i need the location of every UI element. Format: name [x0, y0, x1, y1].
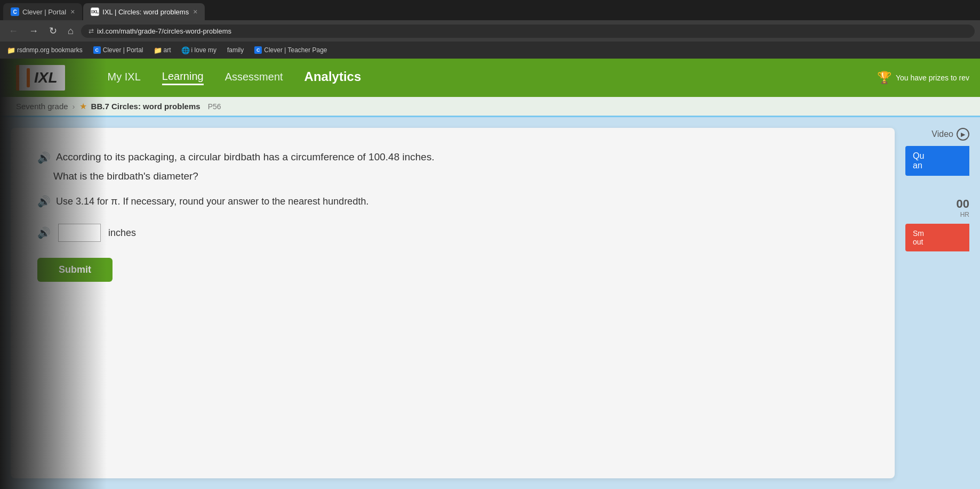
folder-icon-rsdnmp: 📁	[7, 46, 15, 54]
clever-tab-icon: C	[11, 7, 19, 16]
question-line1: According to its packaging, a circular b…	[56, 149, 435, 165]
ixl-tab-close[interactable]: ×	[193, 7, 197, 16]
question-text: 🔊 According to its packaging, a circular…	[37, 149, 868, 184]
ixl-header: IXL My IXL Learning Assessment Analytics…	[0, 59, 980, 97]
timer-value: 00	[905, 197, 969, 211]
trophy-icon: 🏆	[877, 71, 891, 85]
nav-assessment[interactable]: Assessment	[225, 71, 283, 85]
bookmark-ilovemy[interactable]: 🌐 i love my	[179, 45, 220, 55]
folder-icon-art: 📁	[154, 46, 162, 54]
bookmark-clever-teacher[interactable]: C Clever | Teacher Page	[251, 45, 330, 55]
tab-ixl[interactable]: IXL IXL | Circles: word problems ×	[83, 3, 205, 20]
prizes-bar: 🏆 You have prizes to rev	[877, 71, 969, 85]
question-line2-container: What is the birdbath's diameter?	[53, 168, 868, 184]
browser-chrome: C Clever | Portal × IXL IXL | Circles: w…	[0, 0, 980, 59]
bookmark-clever-portal[interactable]: C Clever | Portal	[90, 45, 147, 55]
ixl-page: IXL My IXL Learning Assessment Analytics…	[0, 59, 980, 489]
hint-text: Use 3.14 for π. If necessary, round your…	[56, 196, 368, 207]
question-line2: What is the birdbath's diameter?	[53, 170, 198, 182]
bookmark-family-label: family	[227, 46, 244, 54]
answer-line: 🔊 inches	[37, 224, 868, 242]
clever-tab-label: Clever | Portal	[22, 8, 66, 16]
video-play-icon: ▶	[957, 128, 969, 141]
video-button[interactable]: Video ▶	[905, 128, 969, 141]
address-text: ixl.com/math/grade-7/circles-word-proble…	[97, 27, 231, 35]
bookmarks-bar: 📁 rsdnmp.org bookmarks C Clever | Portal…	[0, 42, 980, 59]
hint-line: 🔊 Use 3.14 for π. If necessary, round yo…	[37, 195, 868, 208]
tab-clever[interactable]: C Clever | Portal ×	[3, 3, 82, 20]
back-button[interactable]: ←	[5, 25, 21, 38]
ixl-logo[interactable]: IXL	[16, 65, 65, 91]
prizes-text: You have prizes to rev	[896, 74, 969, 82]
smartscore-sublabel: out	[913, 238, 923, 246]
tab-bar: C Clever | Portal × IXL IXL | Circles: w…	[0, 0, 980, 20]
smartscore-panel: Sm out	[905, 224, 969, 251]
ixl-logo-text: IXL	[34, 69, 58, 86]
nav-bar: ← → ↻ ⌂ ⇄ ixl.com/math/grade-7/circles-w…	[0, 20, 980, 42]
answer-unit: inches	[108, 227, 136, 239]
sound-icon-hint[interactable]: 🔊	[37, 195, 51, 208]
globe-icon: 🌐	[182, 46, 189, 54]
ixl-tab-label: IXL | Circles: word problems	[102, 8, 189, 16]
bookmark-ilovemy-label: i love my	[191, 46, 216, 54]
right-panel: Video ▶ Quan 00 HR Sm out	[905, 128, 969, 478]
breadcrumb-grade[interactable]: Seventh grade	[16, 102, 68, 111]
nav-my-ixl[interactable]: My IXL	[108, 71, 141, 85]
ixl-tab-icon: IXL	[91, 7, 99, 16]
answer-input[interactable]	[58, 224, 101, 242]
submit-button[interactable]: Submit	[37, 258, 113, 282]
breadcrumb-separator: ›	[73, 102, 75, 111]
breadcrumb-bar: Seventh grade › ★ BB.7 Circles: word pro…	[0, 97, 980, 117]
bookmark-rsdnmp[interactable]: 📁 rsdnmp.org bookmarks	[4, 45, 86, 55]
refresh-button[interactable]: ↻	[46, 24, 60, 38]
nav-analytics[interactable]: Analytics	[304, 69, 362, 86]
address-bar[interactable]: ⇄ ixl.com/math/grade-7/circles-word-prob…	[81, 25, 975, 38]
sound-icon-answer[interactable]: 🔊	[37, 226, 51, 239]
clever-tab-close[interactable]: ×	[70, 7, 75, 16]
main-content: 🔊 According to its packaging, a circular…	[0, 117, 980, 489]
bookmark-family[interactable]: family	[224, 45, 247, 55]
bookmark-art-label: art	[164, 46, 171, 54]
forward-button[interactable]: →	[26, 25, 42, 38]
question-panel: 🔊 According to its packaging, a circular…	[11, 128, 895, 478]
clever-icon-teacher: C	[254, 46, 262, 54]
breadcrumb-code: P56	[208, 102, 221, 111]
breadcrumb-skill: BB.7 Circles: word problems	[91, 102, 200, 111]
address-icon: ⇄	[89, 27, 94, 35]
bookmark-rsdnmp-label: rsdnmp.org bookmarks	[17, 46, 83, 54]
timer-label: HR	[905, 211, 969, 218]
bookmark-clever-portal-label: Clever | Portal	[103, 46, 143, 54]
qu-panel: Quan	[905, 146, 969, 176]
bookmark-art[interactable]: 📁 art	[151, 45, 174, 55]
clever-icon-portal: C	[93, 46, 101, 54]
home-button[interactable]: ⌂	[65, 25, 77, 38]
smartscore-label: Sm	[913, 229, 924, 238]
video-label: Video	[931, 129, 953, 139]
bookmark-clever-teacher-label: Clever | Teacher Page	[264, 46, 327, 54]
nav-learning[interactable]: Learning	[162, 70, 204, 85]
logo-bar	[27, 68, 30, 87]
sound-icon-q1[interactable]: 🔊	[37, 149, 51, 166]
ixl-nav: My IXL Learning Assessment Analytics	[108, 69, 362, 86]
star-icon: ★	[79, 101, 87, 111]
qu-text: Quan	[913, 151, 924, 170]
question-line1-container: 🔊 According to its packaging, a circular…	[37, 149, 868, 166]
timer-section: 00 HR	[905, 192, 969, 218]
